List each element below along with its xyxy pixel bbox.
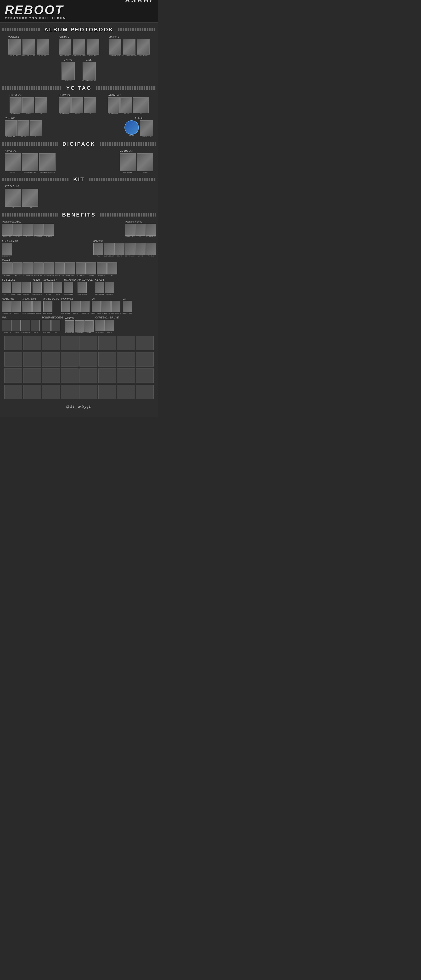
hmv-photocard1: PHOTOCARD [2,320,11,333]
comeback-sp: COMEBACK SP LIVE AUTOGRAPH SELFIE [96,316,119,333]
kb-digipack2-img [97,262,107,274]
us-selfie-img [123,301,132,312]
onetype-label: 1TYPE [135,116,143,119]
onyx-all-label: ALL [40,113,42,115]
ma-selfie-img [11,301,21,312]
cu-store: CU LUCKY DRAW NAMECARD SELFIE PHOTOCARD [91,298,121,314]
album-subtitle: TREASURE 2ND FULL ALBUM [5,16,66,20]
v1-postcard-label: POSTCARD [39,55,47,56]
v3-selfie-label: SELFIE PHOTOCARD [122,55,137,56]
jk-selfie-label: SELFIE [86,332,91,334]
type1-card: ID PHOTO [62,62,75,81]
version-1-label: version 1 [8,35,19,38]
hmv-photocard1-img [2,320,11,331]
empty-card-3 [42,336,60,350]
korea-group: Korea ver. COVER FOLDED POSTER SELFIE PH… [5,150,56,173]
kb-digipack2-label: DIGIPACK [98,275,105,276]
korea-cards: COVER FOLDED POSTER SELFIE PHOTOCARD [5,153,56,173]
musickorea-cards: PHOTOCARD PHOTOCARD [22,301,41,314]
gray-label: GRAY ver. [59,94,71,96]
kit-content-row: KIT ALBUM KIT SELFIE [0,185,158,208]
digipack-title: DIGIPACK [60,141,98,147]
knpops-cards: SELFIE HOLD DIGIPACK [95,282,114,295]
mk-hold: HOLD [53,282,62,295]
sw-selfie-img [71,301,80,312]
kt-photocard: PHOTOCARD [125,243,135,257]
benefits-title: BENEFITS [60,212,98,218]
v3-photocard: PHOTOCARD [109,39,121,56]
yes24-cards: PHOTOCARD [33,282,41,295]
onetype-cards: TAG LP FRONT&BACK [124,120,153,138]
ygselect: YG SELECT STILL TYPE LUCKY DRAW SPECIAL [2,278,30,295]
korea-selfie-img [39,153,56,171]
makestar: MAKESTAR YG TAG HOLD [43,278,62,295]
tr-digipack-img [41,320,51,331]
mk-ygtag: YG TAG [43,282,53,295]
version-2-label: version 2 [59,35,69,38]
wj-all: ALL [136,224,145,237]
v1-photocard-label: PHOTOCARD [10,55,19,56]
ed1-sublabel: SELFIE PHOTOCARD [82,80,96,81]
v2-photocard-label: PHOTOCARD [60,55,69,56]
kb-polaroid: POLAROID [76,262,86,276]
cu-luckydraw-img [92,301,101,312]
benefits-content: weverse GLOBAL POLAROID ALL TAG YG TAG [0,220,158,399]
kp-digipack-label: DIGIPACK [106,294,113,295]
mk2-photocard1: PHOTOCARD [22,301,32,314]
kt-alltag2-img [136,243,145,255]
us-label: US [123,298,132,300]
korea-poster: FOLDED POSTER [22,153,38,173]
japan-selfie: SELFIE [137,153,153,173]
empty-card-25 [4,385,22,399]
applewood-label: APPLEWOOD [78,278,93,281]
ygex-mumu: YGEX / mu-mo CHEMISTRY PHOTOCARD [2,240,18,257]
cu-namecard-label: NAMECARD [102,312,110,314]
hmv-ygtag1: YG TAG [11,320,21,333]
hmv-ygtag2: YG TAG [30,320,40,333]
ygex-cards: CHEMISTRY PHOTOCARD [2,243,18,257]
type1-label: 1TYPE [64,58,72,61]
v1-selfie-img [22,39,35,54]
ktown-top-cards: ALL LUCKY DRAW SELFIE PHOTOCARD [93,243,156,257]
white-photocard: PHOTOCARD [108,97,120,115]
musickorea: Music Korea PHOTOCARD PHOTOCARD [22,298,41,314]
white-selfie-img [120,97,132,113]
white-photocard-img [108,97,120,113]
jk-selfie-img [85,320,94,332]
empty-row-4 [2,385,156,399]
benefits-stripe-left [2,213,58,216]
kb-kit: KIT [107,262,117,276]
onyx-group: ONYX ver. PHOTOCARD SELFIE ALL [10,94,47,115]
yes24-photocard-img [33,282,41,293]
towerrecords: TOWER RECORDS DIGIPACK KIT [41,316,63,333]
kb-special-img [33,262,43,274]
cu-selfie: SELFIE PHOTOCARD [111,301,121,314]
kb-luckydraw2: LUCKY DRAW (UNIT) [44,262,54,276]
onyx-photocard-img [10,97,22,113]
red-photocard: PHOTOCARD [5,120,17,138]
kb-kitot-img [13,262,22,274]
kb-ygtag-img [86,262,96,274]
kit-img [5,189,21,207]
kit-cards: KIT SELFIE [5,189,38,208]
gray-selfie: SELFIE [71,97,83,115]
empty-card-30 [98,385,116,399]
kit-album-group: KIT ALBUM KIT SELFIE [5,185,38,208]
wm-photocard: PHOTOCARD [64,282,73,295]
japan-stores-row: HMV PHOTOCARD YG TAG PHOTOCARD [2,316,156,334]
ygs-special: SPECIAL [22,282,30,295]
kt-ygtag-label: YG TAG [148,255,154,257]
ygs-luckydraw-label: LUCKY DRAW [11,294,21,295]
ygs-special-img [22,282,30,293]
red-group: RED ver. PHOTOCARD SELFIE ALL [5,116,42,138]
gray-cards: PHOTOCARD SELFIE ALL [59,97,96,115]
sw-postcard-img [80,301,89,312]
comeback-sp-label: COMEBACK SP LIVE [96,316,119,319]
empty-row-1 [2,336,156,350]
jk-autograph: AUTOGRAPH [75,320,84,334]
ktown-big-label: Ktown4u [2,259,156,262]
wg-ygtag-img [23,224,33,235]
japan-photocard-img [120,153,136,171]
korea-cover: COVER [5,153,21,173]
empty-card-32 [136,385,154,399]
